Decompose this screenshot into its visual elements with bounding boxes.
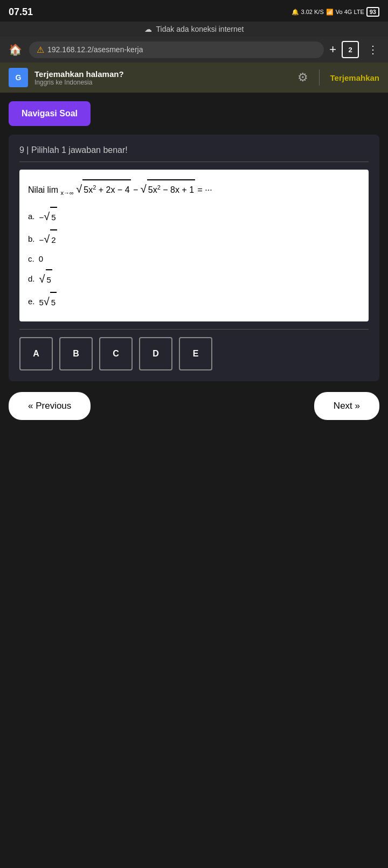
browser-chrome: 🏠 ⚠ 192.168.12.2/asesmen-kerja + 2 ⋮ bbox=[0, 37, 388, 62]
option-a: a. −√5 bbox=[28, 205, 360, 228]
sqrt1: √ 5x2 + 2x − 4 bbox=[76, 178, 130, 200]
network-text: Vo 4G LTE bbox=[336, 9, 364, 15]
status-time: 07.51 bbox=[9, 6, 33, 18]
no-internet-text: Tidak ada koneksi internet bbox=[156, 25, 244, 33]
warning-icon: ⚠ bbox=[37, 45, 44, 55]
new-tab-button[interactable]: + bbox=[329, 43, 336, 57]
answer-btn-b[interactable]: B bbox=[59, 337, 93, 370]
wifi-icon: 📶 bbox=[326, 9, 334, 16]
navigasi-soal-button[interactable]: Navigasi Soal bbox=[9, 101, 91, 126]
translate-banner: G Terjemahkan halaman? Inggris ke Indone… bbox=[0, 62, 388, 93]
status-bar: 07.51 🔔 3.02 K/S 📶 Vo 4G LTE 93 bbox=[0, 0, 388, 22]
no-internet-banner: ☁ Tidak ada koneksi internet bbox=[0, 22, 388, 37]
translate-button[interactable]: Terjemahkan bbox=[330, 73, 379, 82]
google-translate-icon: G bbox=[9, 68, 28, 87]
math-options: a. −√5 b. −√2 c. 0 d. bbox=[28, 205, 360, 313]
signal-text: 3.02 K/S bbox=[301, 9, 324, 15]
option-c: c. 0 bbox=[28, 250, 360, 268]
answer-btn-e[interactable]: E bbox=[179, 337, 212, 370]
nav-buttons: « Previous Next » bbox=[9, 392, 379, 431]
next-button[interactable]: Next » bbox=[314, 392, 379, 420]
translate-gear-icon[interactable]: ⚙ bbox=[297, 71, 308, 85]
translate-separator bbox=[319, 69, 320, 86]
page-content: Navigasi Soal 9 | Pilihlah 1 jawaban ben… bbox=[0, 93, 388, 439]
translate-title: Terjemahkan halaman? bbox=[34, 69, 291, 79]
answer-buttons: A B C D E bbox=[19, 337, 369, 370]
question-number: 9 bbox=[19, 145, 24, 155]
sqrt2: √ 5x2 − 8x + 1 bbox=[141, 178, 195, 200]
address-bar[interactable]: ⚠ 192.168.12.2/asesmen-kerja bbox=[29, 41, 324, 58]
math-question: Nilai lim x→∞ √ 5x2 + 2x − 4 − √ 5x2 − 8… bbox=[28, 178, 360, 200]
browser-menu-button[interactable]: ⋮ bbox=[364, 41, 382, 58]
question-header: 9 | Pilihlah 1 jawaban benar! bbox=[19, 145, 369, 155]
question-separator: | bbox=[26, 145, 31, 155]
status-icons: 🔔 3.02 K/S 📶 Vo 4G LTE 93 bbox=[292, 7, 379, 17]
answer-divider bbox=[19, 329, 369, 330]
home-button[interactable]: 🏠 bbox=[6, 41, 24, 58]
bell-icon: 🔔 bbox=[292, 9, 299, 16]
question-card: 9 | Pilihlah 1 jawaban benar! Nilai lim … bbox=[9, 135, 379, 381]
battery-icon: 93 bbox=[366, 7, 379, 17]
address-text: 192.168.12.2/asesmen-kerja bbox=[47, 45, 143, 54]
math-box: Nilai lim x→∞ √ 5x2 + 2x − 4 − √ 5x2 − 8… bbox=[19, 170, 369, 321]
previous-button[interactable]: « Previous bbox=[9, 392, 91, 420]
question-divider bbox=[19, 162, 369, 162]
translate-text: Terjemahkan halaman? Inggris ke Indonesi… bbox=[34, 69, 291, 86]
question-instruction: Pilihlah 1 jawaban benar! bbox=[31, 145, 128, 155]
no-internet-icon: ☁ bbox=[144, 25, 152, 33]
option-b: b. −√2 bbox=[28, 228, 360, 250]
tab-count-button[interactable]: 2 bbox=[342, 41, 359, 58]
answer-btn-d[interactable]: D bbox=[139, 337, 172, 370]
translate-subtitle: Inggris ke Indonesia bbox=[34, 79, 291, 86]
answer-btn-a[interactable]: A bbox=[19, 337, 53, 370]
answer-btn-c[interactable]: C bbox=[99, 337, 133, 370]
option-e: e. 5√5 bbox=[28, 290, 360, 313]
option-d: d. √5 bbox=[28, 268, 360, 290]
